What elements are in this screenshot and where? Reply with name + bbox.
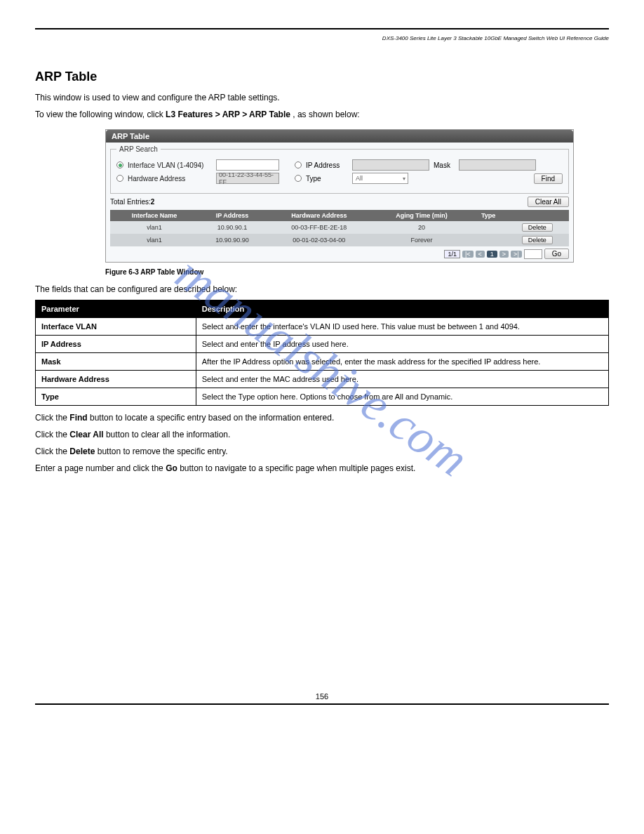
label-ip-address: IP Address [306, 161, 348, 169]
radio-hardware-address[interactable] [116, 175, 123, 182]
label-type: Type [306, 175, 348, 183]
nav-suffix: , as shown below: [293, 110, 359, 119]
screenshot-window: ARP Table ARP Search Interface VLAN (1-4… [105, 129, 574, 263]
input-mask[interactable] [459, 159, 536, 171]
label-hardware-address: Hardware Address [128, 175, 212, 183]
param-desc: Select and enter the MAC address used he… [196, 371, 608, 388]
nav-prefix: To view the following window, click [35, 110, 166, 119]
pager-go-button[interactable]: Go [544, 249, 569, 259]
header-product-title: DXS-3400 Series Lite Layer 3 Stackable 1… [35, 35, 609, 41]
param-header: Parameter [36, 300, 196, 318]
arp-search-legend: ARP Search [116, 145, 161, 153]
label-interface-vlan: Interface VLAN (1-4094) [128, 161, 212, 169]
pager-prev[interactable]: < [476, 251, 485, 258]
delete-button[interactable]: Delete [522, 223, 553, 232]
col-age: Aging Time (min) [372, 210, 471, 221]
param-name: Mask [36, 353, 196, 371]
col-ip: IP Address [199, 210, 266, 221]
col-actions [506, 210, 569, 221]
input-interface-vlan[interactable] [216, 159, 279, 171]
action-prefix: Click the [35, 446, 69, 456]
action-suffix: button to remove the specific entry. [95, 446, 227, 456]
param-desc: Select and enter the IP address used her… [196, 336, 608, 353]
nav-path-text: L3 Features > ARP > ARP Table [166, 110, 290, 119]
param-desc: After the IP Address option was selected… [196, 353, 608, 371]
cell-hw: 00-03-FF-BE-2E-18 [266, 221, 372, 234]
pager-current: 1 [487, 251, 497, 258]
action-btn: Clear All [69, 430, 103, 439]
cell-type [471, 221, 506, 234]
clear-all-button[interactable]: Clear All [528, 197, 569, 207]
action-btn: Find [69, 413, 87, 423]
find-button[interactable]: Find [534, 173, 563, 184]
label-mask: Mask [434, 161, 455, 169]
cell-ip: 10.90.90.90 [199, 234, 266, 246]
action-line: Click the Clear All button to clear all … [35, 430, 609, 439]
action-btn: Go [166, 463, 177, 473]
cell-age: 20 [372, 221, 471, 234]
header-rule [35, 28, 609, 29]
param-table: Parameter Description Interface VLANSele… [35, 300, 609, 406]
screenshot-title: ARP Table [106, 130, 573, 143]
param-name: Interface VLAN [36, 318, 196, 336]
desc-para: The fields that can be configured are de… [35, 284, 609, 294]
param-desc: Select and enter the interface's VLAN ID… [196, 318, 608, 336]
param-desc: Select the Type option here. Options to … [196, 388, 608, 406]
total-entries-label: Total Entries: [110, 198, 151, 206]
action-prefix: Click the [35, 413, 69, 423]
delete-button[interactable]: Delete [522, 236, 553, 244]
footer-rule [35, 703, 609, 705]
section-intro: This window is used to view and configur… [35, 91, 609, 104]
col-type: Type [471, 210, 506, 221]
action-suffix: button to clear all the information. [104, 430, 231, 439]
pager-last[interactable]: >| [511, 251, 522, 258]
action-line: Enter a page number and click the Go but… [35, 463, 609, 473]
pager-first[interactable]: |< [462, 251, 474, 258]
cell-age: Forever [372, 234, 471, 246]
action-prefix: Click the [35, 430, 69, 439]
total-entries-value: 2 [151, 198, 155, 206]
select-type[interactable]: All [352, 173, 408, 184]
action-line: Click the Find button to locate a specif… [35, 413, 609, 423]
param-name: Hardware Address [36, 371, 196, 388]
action-suffix: button to locate a specific entry based … [88, 413, 335, 423]
page-number: 156 [35, 692, 609, 701]
desc-header: Description [196, 300, 608, 318]
radio-interface-vlan[interactable] [116, 161, 123, 168]
input-hardware-address[interactable]: 00-11-22-33-44-55-FF [216, 173, 279, 184]
table-row: vlan1 10.90.90.90 00-01-02-03-04-00 Fore… [110, 234, 569, 246]
action-btn: Delete [69, 446, 95, 456]
cell-hw: 00-01-02-03-04-00 [266, 234, 372, 246]
param-name: Type [36, 388, 196, 406]
pager-next[interactable]: > [499, 251, 509, 258]
cell-iface: vlan1 [110, 221, 199, 234]
pager: 1/1 |< < 1 > >| Go [110, 249, 569, 259]
col-interface: Interface Name [110, 210, 199, 221]
arp-table: Interface Name IP Address Hardware Addre… [110, 210, 569, 246]
arp-search-fieldset: ARP Search Interface VLAN (1-4094) IP Ad… [110, 145, 569, 194]
action-prefix: Enter a page number and click the [35, 463, 166, 473]
param-name: IP Address [36, 336, 196, 353]
radio-ip-address[interactable] [295, 161, 302, 168]
col-hw: Hardware Address [266, 210, 372, 221]
action-suffix: button to navigate to a specific page wh… [177, 463, 416, 473]
figure-caption: Figure 6-3 ARP Table Window [105, 268, 609, 276]
cell-type [471, 234, 506, 246]
section-title: ARP Table [35, 70, 609, 84]
cell-iface: vlan1 [110, 234, 199, 246]
pager-input[interactable] [524, 249, 542, 259]
input-ip-address[interactable] [352, 159, 429, 171]
action-line: Click the Delete button to remove the sp… [35, 446, 609, 456]
cell-ip: 10.90.90.1 [199, 221, 266, 234]
table-row: vlan1 10.90.90.1 00-03-FF-BE-2E-18 20 De… [110, 221, 569, 234]
radio-type[interactable] [295, 175, 302, 182]
nav-path: To view the following window, click L3 F… [35, 110, 609, 119]
page-indicator: 1/1 [444, 250, 460, 258]
